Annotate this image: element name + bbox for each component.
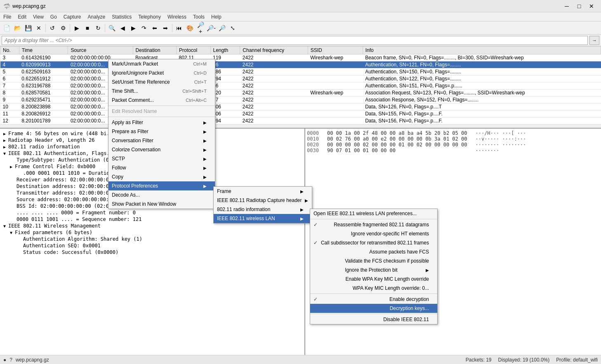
- ctx-apply-filter[interactable]: Apply as Filter ▶: [108, 118, 215, 127]
- menu-statistics[interactable]: Statistics: [108, 12, 135, 21]
- radiotap-arrow: ▶: [305, 198, 308, 203]
- ctx-protection-bit[interactable]: Ignore the Protection bit ▶: [310, 265, 437, 275]
- ctx-assume-fcs[interactable]: Assume packets have FCS: [310, 247, 437, 256]
- table-row[interactable]: 108.20082389802:00:00:00:0...802.1140624…: [0, 103, 601, 110]
- ctx-copy[interactable]: Copy ▶: [108, 172, 215, 181]
- menu-view[interactable]: View: [30, 12, 47, 21]
- ctx-follow[interactable]: Follow ▶: [108, 163, 215, 172]
- prev-marked-btn[interactable]: ⬅: [150, 23, 160, 33]
- ctx-enable-decrypt[interactable]: Enable decryption: [310, 295, 437, 304]
- col-protocol[interactable]: Protocol: [177, 47, 210, 54]
- next-btn[interactable]: ▶: [128, 23, 138, 33]
- col-destination[interactable]: Destination: [133, 47, 177, 54]
- detail-line[interactable]: Authentication SEQ: 0x0001: [2, 242, 303, 249]
- hex-ascii-line: ········ ········: [475, 142, 526, 148]
- col-freq[interactable]: Channel frequency: [240, 47, 308, 54]
- filter-apply-btn[interactable]: →: [589, 36, 599, 45]
- protection-arrow: ▶: [426, 268, 429, 272]
- col-length[interactable]: Length: [210, 47, 240, 54]
- stop-capture-btn[interactable]: ■: [82, 23, 92, 33]
- col-no[interactable]: No.: [0, 47, 19, 54]
- table-row[interactable]: 90.62923547102:00:00:00:0...802.11872422…: [0, 96, 601, 103]
- minimize-button[interactable]: ─: [561, 2, 573, 10]
- ctx-packet-comment[interactable]: Packet Comment... Ctrl+Alt+C: [108, 96, 215, 105]
- save-btn[interactable]: 💾: [23, 23, 33, 33]
- ctx-radiotap[interactable]: IEEE 802.11 Radiotap Capture header ▶: [214, 196, 312, 205]
- packet-list[interactable]: No. Time Source Destination Protocol Len…: [0, 46, 601, 129]
- ctx-mark-unmark[interactable]: Mark/Unmark Packet Ctrl+M: [108, 59, 215, 68]
- ctx-decryption-keys[interactable]: Decryption keys...: [310, 304, 437, 313]
- restart-btn[interactable]: ↻: [93, 23, 103, 33]
- menu-capture[interactable]: Capture: [60, 12, 85, 21]
- table-row[interactable]: 60.62265191202:00:00:00:0...802.11194242…: [0, 75, 601, 82]
- menu-file[interactable]: File: [0, 12, 14, 21]
- menu-analyze[interactable]: Analyze: [85, 12, 109, 21]
- bottom-area: Frame 4: 56 bytes on wire (448 bi...Radi…: [0, 129, 601, 355]
- hex-value-line: 00 00 1a 00 2f 48 00 00 a8 ba a4 5b 20 b…: [327, 130, 467, 136]
- next-marked-btn[interactable]: ➡: [160, 23, 170, 33]
- table-row[interactable]: 50.62250916302:00:00:00:0...802.11186242…: [0, 68, 601, 75]
- ctx-decode-as[interactable]: Decode As...: [108, 190, 215, 200]
- find-packet-btn[interactable]: 🔍: [107, 23, 117, 33]
- detail-line[interactable]: Status code: Successful (0x0000): [2, 249, 303, 256]
- menu-telephony[interactable]: Telephony: [135, 12, 164, 21]
- start-capture-btn[interactable]: ▶: [72, 23, 82, 33]
- ctx-disable-80211[interactable]: Disable IEEE 802.11: [310, 315, 437, 324]
- col-time[interactable]: Time: [19, 47, 68, 54]
- menu-wireless[interactable]: Wireless: [164, 12, 190, 21]
- zoom-in-btn[interactable]: 🔎+: [196, 23, 205, 33]
- ctx-validate-fcs[interactable]: Validate the FCS checksum if possible: [310, 256, 437, 265]
- table-row[interactable]: 70.62319678802:00:00:00:0...802.11562422…: [0, 82, 601, 89]
- ctx-ignore-unignore[interactable]: Ignore/Unignore Packet Ctrl+D: [108, 68, 215, 77]
- detail-line[interactable]: Fixed parameters (6 bytes): [2, 229, 303, 236]
- close-file-btn[interactable]: ✕: [34, 23, 44, 33]
- reload-btn[interactable]: ↺: [47, 23, 57, 33]
- detail-line[interactable]: Authentication Algorithm: Shared key (1): [2, 236, 303, 242]
- ctx-show-packet-new-win[interactable]: Show Packet in New Window: [108, 200, 215, 209]
- ctx-frame[interactable]: Frame ▶: [214, 187, 312, 196]
- col-ssid[interactable]: SSID: [308, 47, 363, 54]
- ctx-open-80211-prefs[interactable]: Open IEEE 802.11 wireless LAN preference…: [310, 209, 437, 218]
- table-row[interactable]: 30.61432619002:00:00:00:00:00Broadcast80…: [0, 54, 601, 61]
- colorize-btn[interactable]: 🎨: [185, 23, 195, 33]
- go-to-btn[interactable]: ↷: [139, 23, 149, 33]
- ctx-protocol-prefs[interactable]: Protocol Preferences ▶: [108, 181, 215, 190]
- ctx-ignore-vendor-ht[interactable]: Ignore vendor-specific HT elements: [310, 229, 437, 238]
- table-row[interactable]: 128.20100178902:00:00:00:0...802.1139424…: [0, 117, 601, 124]
- capture-opts-btn[interactable]: ⚙: [58, 23, 68, 33]
- ctx-sctp[interactable]: SCTP ▶: [108, 154, 215, 163]
- status-dot: ●: [3, 357, 6, 363]
- maximize-button[interactable]: □: [573, 2, 585, 10]
- ctx-time-shift[interactable]: Time Shift... Ctrl+Shift+T: [108, 87, 215, 96]
- open-file-btn[interactable]: 📂: [12, 23, 22, 33]
- menu-tools[interactable]: Tools: [190, 12, 208, 21]
- detail-line[interactable]: IEEE 802.11 Wireless Management: [2, 223, 303, 229]
- ctx-conv-filter[interactable]: Conversation Filter ▶: [108, 136, 215, 145]
- ctx-call-subdissector[interactable]: Call subdissector for retransmitted 802.…: [310, 238, 437, 247]
- table-row[interactable]: 118.20082691202:00:00:00:0...802.1140624…: [0, 110, 601, 117]
- ctx-prepare-filter[interactable]: Prepare as Filter ▶: [108, 127, 215, 136]
- zoom-out-btn[interactable]: 🔎-: [206, 23, 216, 33]
- col-info[interactable]: Info: [363, 47, 601, 54]
- close-button[interactable]: ✕: [585, 2, 598, 10]
- hex-offset-line: 0020: [307, 142, 319, 148]
- table-row[interactable]: 80.62857058102:00:00:00:0...802.11120242…: [0, 89, 601, 96]
- scroll-left-btn[interactable]: ⏮: [174, 23, 184, 33]
- menu-edit[interactable]: Edit: [14, 12, 30, 21]
- ctx-colorize-conv[interactable]: Colorize Conversation ▶: [108, 145, 215, 154]
- resize-btn[interactable]: ⤡: [228, 23, 238, 33]
- ctx-80211-wireless[interactable]: IEEE 802.11 wireless LAN ▶: [214, 214, 312, 223]
- ctx-radio-info[interactable]: 802.11 radio information ▶: [214, 205, 312, 214]
- menu-help[interactable]: Help: [208, 12, 225, 21]
- menu-go[interactable]: Go: [47, 12, 60, 21]
- table-row[interactable]: 40.62099091302:00:00:00:0...802.11562422…: [0, 61, 601, 68]
- new-file-btn[interactable]: 📄: [2, 23, 12, 33]
- ctx-enable-wpa-mic[interactable]: Enable WPA Key MIC Length override: [310, 275, 437, 284]
- col-source[interactable]: Source: [68, 47, 133, 54]
- display-filter-input[interactable]: [2, 36, 588, 45]
- ctx-time-reference[interactable]: Set/Unset Time Reference Ctrl+T: [108, 77, 215, 87]
- prev-btn[interactable]: ◀: [118, 23, 127, 33]
- ctx-wpa-mic-length[interactable]: WPA Key MIC Length override: 0...: [310, 284, 437, 293]
- ctx-reassemble-frag[interactable]: Reassemble fragmented 802.11 datagrams: [310, 220, 437, 229]
- zoom-reset-btn[interactable]: 🔎: [217, 23, 227, 33]
